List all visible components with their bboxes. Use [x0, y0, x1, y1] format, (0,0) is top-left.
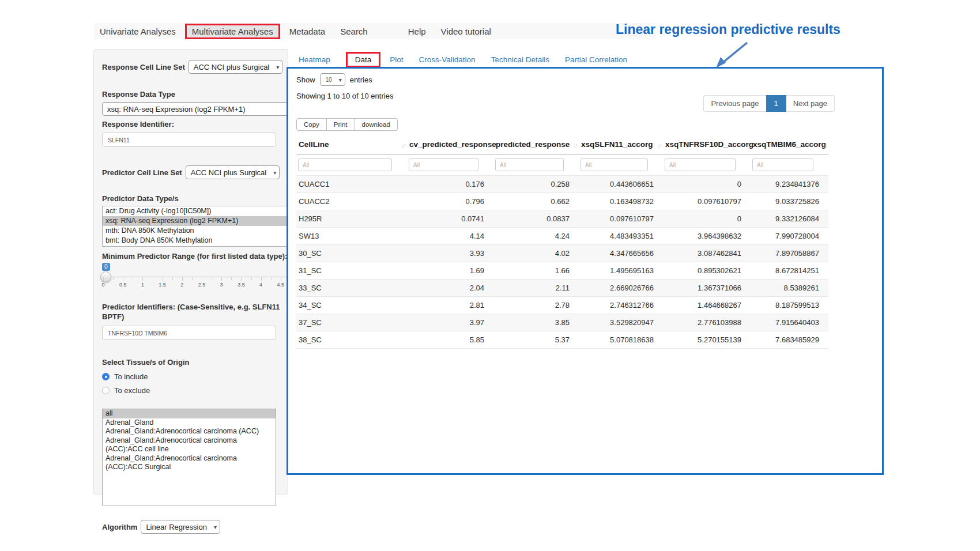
page-number-button[interactable]: 1 [766, 95, 786, 112]
slider-tick [142, 277, 143, 281]
radio-option-to-include[interactable]: To include [102, 372, 288, 381]
algorithm-value: Linear Regression [146, 523, 207, 531]
download-button[interactable]: download [355, 118, 398, 131]
table-row: 37_SC3.973.853.5298209472.7761039887.915… [296, 314, 828, 331]
column-filter-input-predicted-response[interactable] [495, 158, 564, 171]
nav-item-univariate-analyses[interactable]: Univariate Analyses [94, 25, 182, 38]
export-button-group: CopyPrintdownload [296, 118, 398, 131]
column-header-xsqtmbim6-accorg[interactable]: xsqTMBIM6_accorg↓↑ [751, 137, 828, 154]
column-header-predicted-response[interactable]: predicted_response↓↑ [493, 137, 579, 154]
cell-line-cell: 34_SC [296, 297, 407, 314]
table-row: 33_SC2.042.112.6690267661.3673710668.538… [296, 280, 828, 297]
value-cell: 8.5389261 [751, 280, 828, 297]
copy-button[interactable]: Copy [296, 118, 327, 131]
response-identifier-value: SLFN11 [108, 137, 130, 144]
next-page-button[interactable]: Next page [786, 95, 835, 112]
value-cell: 1.69 [407, 262, 493, 280]
filter-cell [579, 154, 663, 176]
tissue-option[interactable]: all [103, 409, 276, 418]
predictor-data-type-option[interactable]: xsq: RNA-seq Expression (log2 FPKM+1) [103, 216, 299, 226]
value-cell: 2.04 [407, 280, 493, 297]
value-cell: 7.897058867 [751, 245, 828, 262]
column-header-cv-predicted-response[interactable]: cv_predicted_response↓↑ [407, 137, 493, 154]
nav-item-search[interactable]: Search [334, 25, 374, 38]
sort-icon[interactable]: ↓↑ [401, 142, 405, 149]
tab-heatmap[interactable]: Heatmap [299, 55, 330, 64]
slider-tick-label: 2 [180, 282, 183, 288]
predictor-data-type-option[interactable]: mth: DNA 850K Methylation [103, 226, 299, 236]
column-header-label: xsqSLFN11_accorg [581, 140, 653, 149]
tissue-option[interactable]: Adrenal_Gland:Adrenocortical carcinoma (… [103, 436, 276, 454]
tab-data[interactable]: Data [346, 52, 381, 67]
sort-icon[interactable]: ↓↑ [573, 142, 577, 149]
column-filter-input-cv-predicted-response[interactable] [409, 158, 478, 171]
algorithm-select[interactable]: Linear Regression ▾ [141, 520, 220, 534]
value-cell: 0.662 [493, 193, 579, 210]
predictor-data-types-listbox[interactable]: act: Drug Activity (-log10[IC50M])xsq: R… [102, 206, 299, 247]
value-cell: 2.81 [407, 297, 493, 314]
response-cell-line-set-select[interactable]: ACC NCI plus Surgical ▾ [189, 60, 283, 74]
column-header-cellline[interactable]: CellLine↓↑ [296, 137, 407, 154]
column-header-xsqslfn11-accorg[interactable]: xsqSLFN11_accorg↓↑ [579, 137, 663, 154]
table-row: 34_SC2.812.782.7463127661.4646682678.187… [296, 297, 828, 314]
value-cell: 5.270155139 [663, 331, 751, 349]
value-cell: 2.776103988 [663, 314, 751, 331]
radio-icon[interactable] [102, 373, 110, 380]
top-navbar: Univariate AnalysesMultivariate Analyses… [94, 23, 656, 39]
value-cell: 0.443606651 [579, 176, 663, 193]
predictor-identifiers-input[interactable]: TNFRSF10D TMBIM6 [102, 326, 276, 340]
value-cell: 5.37 [493, 331, 579, 349]
nav-item-video-tutorial[interactable]: Video tutorial [435, 25, 497, 38]
cell-line-cell: 33_SC [296, 280, 407, 297]
slider-tick [241, 277, 242, 281]
sort-icon[interactable]: ↓↑ [488, 142, 492, 149]
tab-plot[interactable]: Plot [390, 55, 403, 64]
cell-line-cell: 31_SC [296, 262, 407, 280]
print-button[interactable]: Print [327, 118, 355, 131]
slider-tick [182, 277, 183, 281]
predictor-data-type-option[interactable]: bmt: Body DNA 850K Methylation [103, 236, 299, 246]
page-length-select[interactable]: 10 ▾ [320, 73, 345, 86]
slider-tick [123, 277, 123, 281]
pagination: Previous page 1 Next page [703, 95, 835, 112]
radio-option-to-exclude[interactable]: To exclude [102, 386, 288, 395]
sort-icon[interactable]: ↓↑ [657, 142, 661, 149]
slider-tick-label: 0.5 [119, 282, 127, 288]
column-filter-input-xsqtmbim6-accorg[interactable] [752, 158, 813, 171]
sort-icon[interactable]: ↓↑ [823, 142, 827, 149]
value-cell: 1.495695163 [579, 262, 663, 280]
response-identifier-input[interactable]: SLFN11 [102, 133, 276, 147]
predictor-data-type-option[interactable]: act: Drug Activity (-log10[IC50M]) [103, 206, 299, 216]
response-data-type-select[interactable]: xsq: RNA-seq Expression (log2 FPKM+1) ▾ [102, 102, 299, 116]
slider-tick-label: 3.5 [238, 282, 245, 288]
tissue-listbox[interactable]: allAdrenal_GlandAdrenal_Gland:Adrenocort… [102, 409, 276, 505]
slider-tick [192, 277, 193, 280]
sort-icon[interactable]: ↓↑ [745, 142, 749, 149]
nav-item-multivariate-analyses[interactable]: Multivariate Analyses [185, 24, 280, 39]
slider-tick [133, 277, 133, 280]
tab-cross-validation[interactable]: Cross-Validation [419, 55, 476, 64]
filter-cell [663, 154, 751, 176]
predictor-cell-line-set-select[interactable]: ACC NCI plus Surgical ▾ [186, 165, 280, 179]
slider-handle[interactable] [100, 271, 111, 282]
column-filter-input-xsqtnfrsf10d-accorg[interactable] [665, 158, 736, 171]
nav-item-metadata[interactable]: Metadata [284, 25, 331, 38]
min-predictor-range-label: Minimum Predictor Range (for first liste… [102, 251, 288, 261]
tab-technical-details[interactable]: Technical Details [491, 55, 549, 64]
cell-line-cell: H295R [296, 210, 407, 228]
column-filter-input-xsqslfn11-accorg[interactable] [581, 158, 648, 171]
tissue-option[interactable]: Adrenal_Gland:Adrenocortical carcinoma (… [103, 454, 276, 472]
radio-icon[interactable] [102, 387, 110, 394]
value-cell: 3.964398632 [663, 228, 751, 245]
chevron-down-icon: ▾ [339, 77, 342, 83]
min-predictor-range-slider[interactable]: 0 5 00.511.522.533.544.55 [102, 263, 299, 295]
column-filter-input-cellline[interactable] [298, 158, 392, 171]
previous-page-button[interactable]: Previous page [703, 95, 766, 112]
tissue-option[interactable]: Adrenal_Gland [103, 418, 276, 428]
tissue-option[interactable]: Adrenal_Gland:Adrenocortical carcinoma (… [103, 427, 276, 436]
value-cell: 0.0741 [407, 210, 493, 228]
nav-item-help[interactable]: Help [402, 25, 432, 38]
value-cell: 7.990728004 [751, 228, 828, 245]
tab-partial-correlation[interactable]: Partial Correlation [565, 55, 627, 64]
column-header-xsqtnfrsf10d-accorg[interactable]: xsqTNFRSF10D_accorg↓↑ [663, 137, 751, 154]
